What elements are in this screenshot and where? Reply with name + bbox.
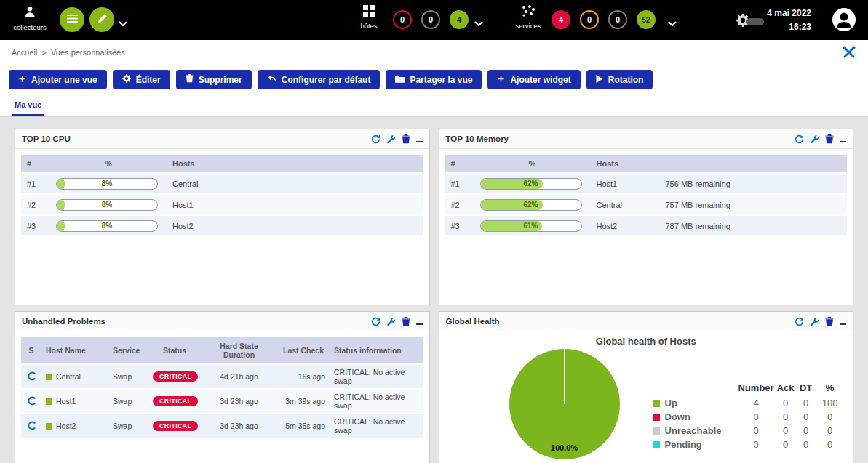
centreon-service-icon[interactable]	[27, 398, 36, 407]
cpu-percent-label: 8%	[57, 221, 157, 231]
memory-remaining: 757 MB remaining	[660, 194, 848, 215]
services-icon	[521, 7, 535, 19]
unreachable-color-square	[653, 427, 660, 435]
problems-col-status: Status	[148, 337, 201, 364]
share-folder-icon	[395, 75, 405, 85]
list-menu-button[interactable]	[60, 7, 84, 32]
problem-host[interactable]: Host1	[56, 397, 76, 406]
cpu-row: #3 8% Host2	[21, 215, 423, 236]
wrench-icon[interactable]	[386, 134, 396, 144]
edit-view-toolbar-button[interactable]: Éditer	[113, 70, 170, 89]
delete-view-button[interactable]: Supprimer	[176, 70, 252, 89]
host-up-square-icon	[46, 398, 52, 405]
view-tabs: Ma vue	[0, 94, 868, 117]
top-navigation-bar: collecteurs hôtes 0 0 4 services 4 0 0 5…	[0, 0, 868, 40]
trash-icon[interactable]	[825, 317, 834, 326]
problem-host[interactable]: Host2	[56, 422, 76, 430]
minimize-icon[interactable]	[416, 318, 423, 325]
problem-service[interactable]: Swap	[108, 364, 148, 389]
tools-icon[interactable]	[842, 45, 856, 60]
memory-col-hosts: Hosts	[591, 155, 660, 173]
cpu-percent-label: 8%	[57, 179, 157, 189]
problems-col-last-check: Last Check	[277, 337, 330, 364]
problem-duration: 3d 23h ago	[201, 389, 277, 414]
edit-view-button[interactable]	[89, 7, 114, 32]
hosts-down-count[interactable]: 0	[393, 10, 412, 29]
widget-title: TOP 10 Memory	[446, 134, 509, 143]
rotation-button[interactable]: Rotation	[586, 70, 653, 89]
services-critical-count[interactable]: 4	[552, 10, 570, 29]
host-up-square-icon	[46, 423, 52, 430]
minimize-icon[interactable]	[840, 135, 846, 142]
clock: 4 mai 2022 16:23	[767, 7, 811, 33]
widget-title: TOP 10 CPU	[22, 134, 71, 143]
rotation-label: Rotation	[608, 75, 644, 85]
breadcrumb-home[interactable]: Accueil	[12, 48, 37, 57]
hosts-unreachable-count[interactable]: 0	[421, 10, 440, 29]
breadcrumb-current[interactable]: Vues personnalisées	[51, 48, 125, 57]
problems-table: S Host Name Service Status Hard State Du…	[21, 337, 423, 439]
problems-col-info: Status information	[330, 337, 423, 364]
up-color-square	[653, 400, 660, 407]
pie-percentage-label: 100.0%	[509, 443, 620, 452]
services-unknown-count[interactable]: 0	[608, 10, 627, 29]
trash-icon[interactable]	[402, 317, 410, 326]
problem-service[interactable]: Swap	[108, 414, 148, 438]
trash-icon	[186, 74, 194, 85]
services-warning-count[interactable]: 0	[580, 10, 599, 29]
problem-service[interactable]: Swap	[108, 389, 148, 414]
hosts-menu[interactable]: hôtes	[351, 5, 387, 30]
plus-icon	[18, 75, 26, 85]
services-chevron-down-icon[interactable]	[668, 17, 677, 30]
legend-col-dt: DT	[797, 382, 816, 396]
services-menu[interactable]: services	[509, 5, 547, 30]
refresh-icon[interactable]	[371, 134, 381, 144]
chevron-down-icon[interactable]	[119, 17, 127, 30]
memory-percent-label: 61%	[481, 221, 581, 231]
wrench-icon[interactable]	[386, 317, 396, 326]
problem-host[interactable]: Central	[56, 372, 81, 381]
refresh-icon[interactable]	[795, 134, 804, 144]
add-widget-button[interactable]: Ajouter widget	[487, 70, 580, 89]
set-default-button[interactable]: Configurer par défaut	[258, 70, 381, 89]
widget-title: Unhandled Problems	[22, 317, 105, 326]
cpu-percent-label: 8%	[57, 200, 157, 210]
minimize-icon[interactable]	[840, 318, 846, 325]
pollers-menu[interactable]: collecteurs	[9, 5, 51, 31]
share-view-label: Partager la vue	[410, 75, 472, 85]
add-widget-label: Ajouter widget	[510, 75, 570, 85]
memory-progress-bar: 62%	[480, 199, 582, 211]
refresh-icon[interactable]	[795, 317, 804, 326]
status-badge: CRITICAL	[153, 421, 198, 431]
wrench-icon[interactable]	[810, 134, 819, 144]
set-default-label: Configurer par défaut	[282, 75, 371, 85]
hosts-chevron-down-icon[interactable]	[474, 17, 483, 30]
minimize-icon[interactable]	[416, 135, 423, 142]
legend-col-ack: Ack	[775, 382, 797, 396]
host-up-square-icon	[46, 374, 52, 380]
theme-toggle[interactable]	[736, 14, 764, 30]
tab-ma-vue[interactable]: Ma vue	[12, 100, 44, 116]
centreon-service-icon[interactable]	[27, 423, 36, 432]
user-avatar[interactable]	[832, 7, 856, 35]
memory-progress-bar: 61%	[480, 220, 582, 232]
view-toolbar: Ajouter une vue Éditer Supprimer Configu…	[0, 65, 868, 94]
wrench-icon[interactable]	[810, 317, 819, 326]
services-ok-count[interactable]: 52	[637, 10, 656, 29]
cpu-row: #1 8% Central	[21, 173, 423, 194]
legend-label: Unreachable	[665, 425, 722, 436]
legend-row-up: Up 4 0 0 100	[652, 396, 845, 410]
share-view-button[interactable]: Partager la vue	[386, 70, 482, 89]
trash-icon[interactable]	[402, 134, 410, 144]
play-icon	[596, 75, 603, 85]
memory-remaining: 756 MB remaining	[660, 173, 848, 194]
problem-last-check: 16s ago	[277, 364, 330, 389]
hosts-up-count[interactable]: 4	[450, 10, 469, 29]
centreon-service-icon[interactable]	[27, 374, 36, 382]
memory-host: Host2	[591, 215, 660, 236]
refresh-icon[interactable]	[371, 317, 381, 326]
memory-host: Central	[591, 194, 660, 215]
trash-icon[interactable]	[825, 134, 834, 144]
add-view-button[interactable]: Ajouter une vue	[9, 70, 107, 89]
hosts-health-pie: 100.0%	[509, 349, 620, 459]
